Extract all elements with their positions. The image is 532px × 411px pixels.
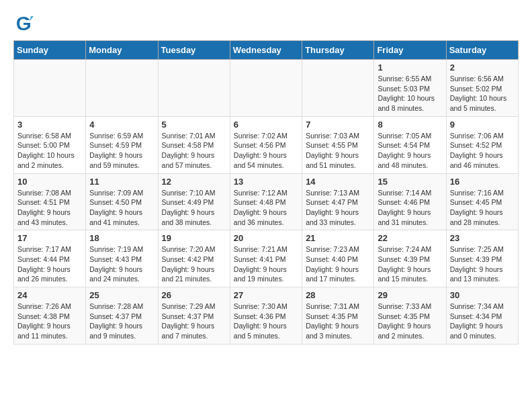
calendar-cell: 6Sunrise: 7:02 AM Sunset: 4:56 PM Daylig… <box>230 116 302 173</box>
day-info: Sunrise: 7:06 AM Sunset: 4:52 PM Dayligh… <box>450 131 515 171</box>
day-number: 27 <box>234 290 298 300</box>
day-info: Sunrise: 7:16 AM Sunset: 4:45 PM Dayligh… <box>450 188 515 228</box>
day-number: 17 <box>17 233 82 243</box>
day-info: Sunrise: 7:25 AM Sunset: 4:39 PM Dayligh… <box>450 244 515 284</box>
calendar-cell: 17Sunrise: 7:17 AM Sunset: 4:44 PM Dayli… <box>14 230 86 287</box>
column-header-monday: Monday <box>86 41 158 60</box>
header <box>13 13 519 34</box>
day-info: Sunrise: 7:05 AM Sunset: 4:54 PM Dayligh… <box>378 131 442 171</box>
day-number: 21 <box>306 233 370 243</box>
day-number: 8 <box>378 120 442 130</box>
day-number: 1 <box>378 62 442 73</box>
calendar-cell: 26Sunrise: 7:29 AM Sunset: 4:37 PM Dayli… <box>158 287 230 345</box>
day-info: Sunrise: 7:34 AM Sunset: 4:34 PM Dayligh… <box>450 302 515 341</box>
calendar-cell: 4Sunrise: 6:59 AM Sunset: 4:59 PM Daylig… <box>86 116 158 173</box>
logo-icon <box>13 13 34 34</box>
calendar-cell: 19Sunrise: 7:20 AM Sunset: 4:42 PM Dayli… <box>158 230 230 287</box>
calendar-cell <box>14 60 86 117</box>
day-number: 23 <box>450 233 515 243</box>
calendar-cell: 15Sunrise: 7:14 AM Sunset: 4:46 PM Dayli… <box>374 173 446 230</box>
calendar-cell: 30Sunrise: 7:34 AM Sunset: 4:34 PM Dayli… <box>446 287 518 345</box>
day-info: Sunrise: 6:59 AM Sunset: 4:59 PM Dayligh… <box>89 131 154 171</box>
calendar-cell: 23Sunrise: 7:25 AM Sunset: 4:39 PM Dayli… <box>446 230 518 287</box>
day-number: 3 <box>17 120 82 130</box>
calendar-cell: 10Sunrise: 7:08 AM Sunset: 4:51 PM Dayli… <box>14 173 86 230</box>
calendar-cell: 25Sunrise: 7:28 AM Sunset: 4:37 PM Dayli… <box>86 287 158 345</box>
day-info: Sunrise: 6:55 AM Sunset: 5:03 PM Dayligh… <box>378 74 442 113</box>
week-row-5: 24Sunrise: 7:26 AM Sunset: 4:38 PM Dayli… <box>14 287 519 345</box>
day-number: 30 <box>450 290 515 300</box>
calendar-cell: 7Sunrise: 7:03 AM Sunset: 4:55 PM Daylig… <box>302 116 374 173</box>
column-header-tuesday: Tuesday <box>158 41 230 60</box>
calendar-cell: 24Sunrise: 7:26 AM Sunset: 4:38 PM Dayli… <box>14 287 86 345</box>
day-number: 14 <box>306 177 370 187</box>
calendar-cell <box>158 60 230 117</box>
day-info: Sunrise: 7:03 AM Sunset: 4:55 PM Dayligh… <box>306 131 370 171</box>
calendar-cell: 11Sunrise: 7:09 AM Sunset: 4:50 PM Dayli… <box>86 173 158 230</box>
calendar-table: SundayMondayTuesdayWednesdayThursdayFrid… <box>13 40 519 345</box>
week-row-2: 3Sunrise: 6:58 AM Sunset: 5:00 PM Daylig… <box>14 116 519 173</box>
calendar-cell: 13Sunrise: 7:12 AM Sunset: 4:48 PM Dayli… <box>230 173 302 230</box>
calendar-cell <box>86 60 158 117</box>
day-info: Sunrise: 6:58 AM Sunset: 5:00 PM Dayligh… <box>17 131 82 171</box>
day-number: 12 <box>162 177 226 187</box>
calendar-cell: 28Sunrise: 7:31 AM Sunset: 4:35 PM Dayli… <box>302 287 374 345</box>
day-info: Sunrise: 7:13 AM Sunset: 4:47 PM Dayligh… <box>306 188 370 228</box>
calendar-cell: 21Sunrise: 7:23 AM Sunset: 4:40 PM Dayli… <box>302 230 374 287</box>
day-number: 20 <box>234 233 298 243</box>
column-header-thursday: Thursday <box>302 41 374 60</box>
logo <box>13 13 36 34</box>
day-number: 19 <box>162 233 226 243</box>
week-row-1: 1Sunrise: 6:55 AM Sunset: 5:03 PM Daylig… <box>14 60 519 117</box>
day-number: 18 <box>89 233 154 243</box>
day-number: 25 <box>89 290 154 300</box>
calendar-cell: 3Sunrise: 6:58 AM Sunset: 5:00 PM Daylig… <box>14 116 86 173</box>
day-number: 10 <box>17 177 82 187</box>
calendar-cell: 12Sunrise: 7:10 AM Sunset: 4:49 PM Dayli… <box>158 173 230 230</box>
column-header-sunday: Sunday <box>14 41 86 60</box>
day-info: Sunrise: 7:21 AM Sunset: 4:41 PM Dayligh… <box>234 244 298 284</box>
svg-marker-0 <box>30 16 34 21</box>
day-number: 7 <box>306 120 370 130</box>
day-number: 24 <box>17 290 82 300</box>
day-number: 13 <box>234 177 298 187</box>
day-info: Sunrise: 7:19 AM Sunset: 4:43 PM Dayligh… <box>89 244 154 284</box>
calendar-cell: 2Sunrise: 6:56 AM Sunset: 5:02 PM Daylig… <box>446 60 518 117</box>
calendar-cell: 14Sunrise: 7:13 AM Sunset: 4:47 PM Dayli… <box>302 173 374 230</box>
calendar-cell: 16Sunrise: 7:16 AM Sunset: 4:45 PM Dayli… <box>446 173 518 230</box>
day-info: Sunrise: 7:20 AM Sunset: 4:42 PM Dayligh… <box>162 244 226 284</box>
calendar-cell: 29Sunrise: 7:33 AM Sunset: 4:35 PM Dayli… <box>374 287 446 345</box>
day-number: 16 <box>450 177 515 187</box>
day-info: Sunrise: 7:29 AM Sunset: 4:37 PM Dayligh… <box>162 302 226 341</box>
day-number: 29 <box>378 290 442 300</box>
day-info: Sunrise: 7:31 AM Sunset: 4:35 PM Dayligh… <box>306 302 370 341</box>
day-number: 9 <box>450 120 515 130</box>
day-number: 11 <box>89 177 154 187</box>
day-info: Sunrise: 7:28 AM Sunset: 4:37 PM Dayligh… <box>89 302 154 341</box>
calendar-header-row: SundayMondayTuesdayWednesdayThursdayFrid… <box>14 41 519 60</box>
day-info: Sunrise: 7:12 AM Sunset: 4:48 PM Dayligh… <box>234 188 298 228</box>
day-number: 22 <box>378 233 442 243</box>
day-info: Sunrise: 7:14 AM Sunset: 4:46 PM Dayligh… <box>378 188 442 228</box>
day-info: Sunrise: 7:08 AM Sunset: 4:51 PM Dayligh… <box>17 188 82 228</box>
calendar-cell: 8Sunrise: 7:05 AM Sunset: 4:54 PM Daylig… <box>374 116 446 173</box>
day-info: Sunrise: 7:26 AM Sunset: 4:38 PM Dayligh… <box>17 302 82 341</box>
day-info: Sunrise: 7:33 AM Sunset: 4:35 PM Dayligh… <box>378 302 442 341</box>
day-number: 26 <box>162 290 226 300</box>
calendar-cell: 18Sunrise: 7:19 AM Sunset: 4:43 PM Dayli… <box>86 230 158 287</box>
day-number: 4 <box>89 120 154 130</box>
column-header-wednesday: Wednesday <box>230 41 302 60</box>
day-info: Sunrise: 7:17 AM Sunset: 4:44 PM Dayligh… <box>17 244 82 284</box>
day-number: 5 <box>162 120 226 130</box>
day-number: 28 <box>306 290 370 300</box>
week-row-4: 17Sunrise: 7:17 AM Sunset: 4:44 PM Dayli… <box>14 230 519 287</box>
calendar-cell: 9Sunrise: 7:06 AM Sunset: 4:52 PM Daylig… <box>446 116 518 173</box>
day-number: 15 <box>378 177 442 187</box>
day-info: Sunrise: 7:24 AM Sunset: 4:39 PM Dayligh… <box>378 244 442 284</box>
day-info: Sunrise: 7:23 AM Sunset: 4:40 PM Dayligh… <box>306 244 370 284</box>
day-number: 2 <box>450 62 515 73</box>
day-info: Sunrise: 7:01 AM Sunset: 4:58 PM Dayligh… <box>162 131 226 171</box>
day-info: Sunrise: 7:30 AM Sunset: 4:36 PM Dayligh… <box>234 302 298 341</box>
calendar-cell <box>302 60 374 117</box>
column-header-saturday: Saturday <box>446 41 518 60</box>
